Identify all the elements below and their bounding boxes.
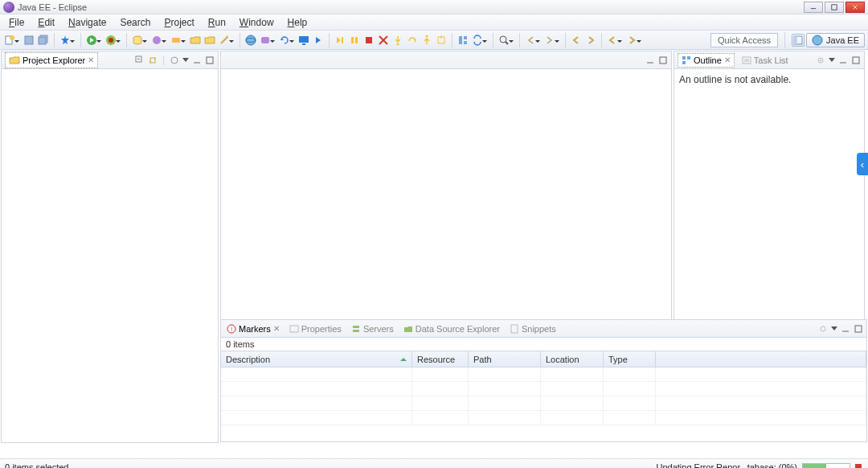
project-explorer-icon [9, 55, 20, 66]
jee-icon[interactable] [259, 34, 272, 47]
forward-button[interactable] [584, 34, 597, 47]
folder1-icon[interactable] [189, 34, 202, 47]
tab-properties[interactable]: Properties [287, 322, 344, 335]
layout-icon[interactable] [457, 34, 469, 47]
docked-side-tab[interactable]: ‹ [857, 153, 868, 175]
markers-table[interactable]: Description Resource Path Location Type [221, 351, 866, 441]
prev-annotation-icon[interactable] [524, 34, 537, 47]
close-tab-icon[interactable]: ✕ [273, 324, 280, 333]
col-location[interactable]: Location [541, 351, 604, 367]
save-all-button[interactable] [37, 34, 50, 47]
svg-rect-6 [25, 36, 33, 44]
menu-run[interactable]: Run [203, 16, 231, 29]
tab-markers[interactable]: ! Markers ✕ [224, 322, 282, 335]
close-tab-icon[interactable]: ✕ [724, 55, 731, 64]
svg-point-33 [500, 36, 506, 43]
col-blank[interactable] [656, 351, 866, 367]
maximize-editor-icon[interactable] [658, 55, 668, 65]
svg-rect-55 [853, 57, 859, 64]
next-annotation-icon[interactable] [543, 34, 556, 47]
menu-window[interactable]: Window [234, 16, 280, 29]
tab-project-explorer[interactable]: Project Explorer ✕ [5, 52, 98, 68]
tab-data-source[interactable]: Data Source Explorer [401, 322, 502, 335]
tab-outline[interactable]: Outline ✕ [678, 53, 735, 68]
menu-search[interactable]: Search [114, 16, 156, 29]
minimize-view-icon[interactable] [838, 55, 848, 65]
refresh-icon[interactable] [278, 34, 291, 47]
col-type[interactable]: Type [604, 351, 656, 367]
minimize-view-icon[interactable] [841, 324, 850, 334]
new-server-button[interactable] [131, 34, 144, 47]
svg-rect-36 [794, 36, 797, 44]
arrow-right-icon[interactable] [312, 34, 325, 47]
history-back-button[interactable] [606, 34, 619, 47]
menu-help[interactable]: Help [282, 16, 313, 29]
back-button[interactable] [570, 34, 583, 47]
maximize-view-icon[interactable] [854, 324, 863, 334]
link-editor-icon[interactable] [148, 55, 158, 65]
pause-icon[interactable] [348, 34, 361, 47]
col-path[interactable]: Path [469, 351, 541, 367]
stop-icon[interactable] [362, 34, 375, 47]
drop-to-frame-icon[interactable] [435, 34, 448, 47]
tab-servers[interactable]: Servers [349, 322, 396, 335]
col-resource[interactable]: Resource [412, 351, 469, 367]
project-explorer-view: Project Explorer ✕ [1, 51, 219, 443]
menu-file[interactable]: File [3, 16, 30, 29]
svg-rect-60 [353, 330, 359, 332]
folder2-icon[interactable] [203, 34, 216, 47]
gear-icon[interactable] [816, 55, 825, 65]
search-button[interactable] [497, 34, 510, 47]
window-close-button[interactable] [845, 2, 865, 13]
skip-icon[interactable] [334, 34, 346, 47]
menu-navigate[interactable]: Navigate [63, 16, 112, 29]
view-menu-icon[interactable] [831, 326, 837, 330]
minimize-editor-icon[interactable] [645, 55, 655, 65]
new-wizard-button[interactable] [59, 34, 72, 47]
maximize-view-icon[interactable] [851, 55, 861, 65]
new-connector-button[interactable] [170, 34, 182, 47]
new-button[interactable] [3, 34, 16, 47]
editor-area[interactable] [220, 51, 672, 320]
project-explorer-body[interactable] [2, 69, 218, 442]
stop-job-icon[interactable] [854, 462, 863, 469]
debug-button[interactable] [104, 34, 117, 47]
progress-bar[interactable] [802, 463, 850, 469]
snippets-icon [510, 324, 519, 334]
open-perspective-button[interactable] [792, 34, 805, 47]
step-return-icon[interactable] [420, 34, 433, 47]
minimize-view-icon[interactable] [192, 55, 202, 65]
globe-icon[interactable] [244, 34, 257, 47]
tab-task-list[interactable]: Task List [738, 53, 792, 68]
window-minimize-button[interactable] [804, 2, 823, 13]
save-button[interactable] [23, 34, 35, 47]
sync-icon[interactable] [471, 34, 484, 47]
table-row [221, 411, 866, 425]
menubar: File Edit Navigate Search Project Run Wi… [0, 14, 868, 31]
step-over-icon[interactable] [406, 34, 419, 47]
menu-project[interactable]: Project [158, 16, 199, 29]
tab-snippets[interactable]: Snippets [507, 322, 559, 335]
window-maximize-button[interactable] [825, 2, 844, 13]
history-forward-button[interactable] [625, 34, 638, 47]
disconnect-icon[interactable] [377, 34, 390, 47]
collapse-all-icon[interactable] [135, 55, 145, 65]
step-into-icon[interactable] [391, 34, 404, 47]
col-description[interactable]: Description [221, 351, 412, 367]
menu-edit[interactable]: Edit [32, 16, 60, 29]
close-tab-icon[interactable]: ✕ [88, 55, 94, 64]
gear-icon[interactable] [818, 324, 828, 334]
new-ejb-button[interactable] [150, 34, 163, 47]
svg-rect-8 [39, 37, 46, 44]
perspective-java-ee[interactable]: Java EE [806, 33, 865, 47]
view-menu-icon[interactable] [182, 58, 189, 62]
focus-task-icon[interactable] [170, 55, 179, 65]
quick-access-input[interactable]: Quick Access [710, 33, 778, 47]
maximize-view-icon[interactable] [205, 55, 215, 65]
run-button[interactable] [85, 34, 98, 47]
svg-point-62 [821, 326, 825, 331]
wand-button[interactable] [218, 34, 231, 47]
svg-rect-48 [682, 61, 686, 64]
monitor-icon[interactable] [297, 34, 310, 47]
view-menu-icon[interactable] [829, 58, 835, 62]
